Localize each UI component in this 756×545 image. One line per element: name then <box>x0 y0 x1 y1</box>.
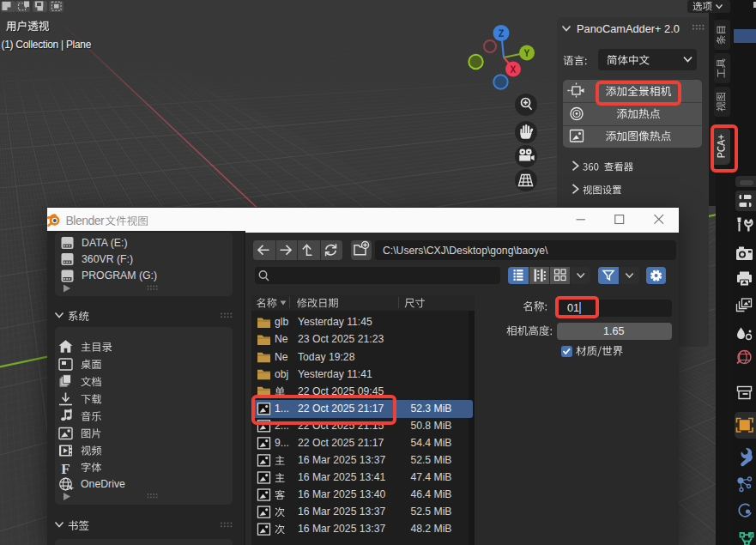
svg-text:F: F <box>61 461 70 477</box>
